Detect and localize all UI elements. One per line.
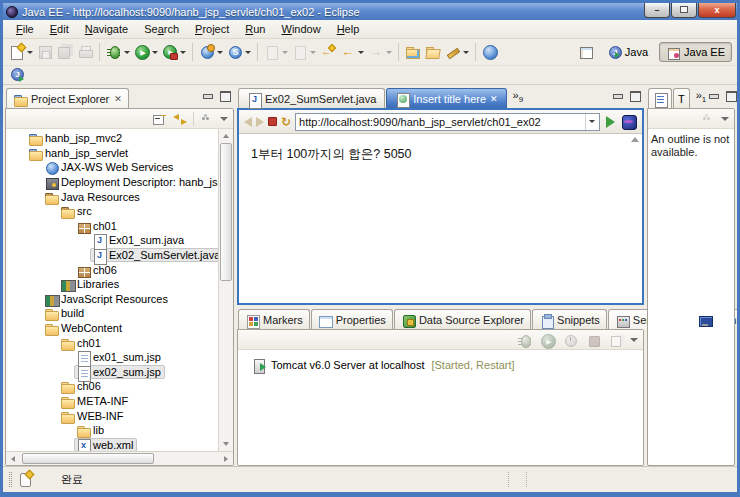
javaee-perspective-button[interactable]: Java EE bbox=[659, 42, 732, 62]
close-icon[interactable]: ✕ bbox=[490, 94, 498, 104]
java-app-button[interactable] bbox=[7, 64, 27, 86]
tab-outline[interactable] bbox=[648, 88, 672, 108]
scroll-left-icon[interactable] bbox=[11, 456, 15, 462]
web-service-s-button[interactable] bbox=[225, 41, 253, 63]
menu-file[interactable]: File bbox=[8, 21, 42, 37]
tree-item[interactable]: Libraries bbox=[6, 277, 218, 292]
tree-item[interactable]: JavaScript Resources bbox=[6, 292, 218, 307]
tab-snippets[interactable]: Snippets bbox=[532, 309, 607, 329]
tab-properties[interactable]: Properties bbox=[311, 309, 393, 329]
tree-item[interactable]: build bbox=[6, 306, 218, 321]
back-history-button[interactable] bbox=[338, 41, 366, 63]
forward-history-button[interactable] bbox=[366, 41, 394, 63]
chevron-down-icon[interactable] bbox=[152, 51, 158, 54]
save-all-button[interactable] bbox=[55, 41, 75, 63]
tree-item[interactable]: ch06 bbox=[6, 262, 218, 277]
run-external-button[interactable] bbox=[160, 41, 188, 63]
chevron-down-icon[interactable] bbox=[386, 51, 392, 54]
close-icon[interactable]: ✕ bbox=[114, 94, 122, 104]
browser-forward-icon[interactable] bbox=[256, 117, 264, 127]
focus-icon[interactable] bbox=[199, 111, 215, 127]
prev-annotation-button[interactable] bbox=[290, 41, 318, 63]
tree-vertical-scrollbar[interactable] bbox=[218, 129, 233, 451]
chevron-down-icon[interactable] bbox=[310, 51, 316, 54]
chevron-down-icon[interactable] bbox=[245, 51, 251, 54]
java-perspective-button[interactable]: Java bbox=[600, 42, 655, 62]
view-overflow-indicator[interactable]: »1 bbox=[696, 89, 707, 104]
debug-button[interactable] bbox=[104, 41, 132, 63]
scroll-down-icon[interactable] bbox=[223, 442, 229, 446]
open-resource-button[interactable] bbox=[403, 41, 423, 63]
tree-item[interactable]: JAX-WS Web Services bbox=[6, 160, 218, 175]
save-button[interactable] bbox=[35, 41, 55, 63]
chevron-down-icon[interactable] bbox=[282, 51, 288, 54]
external-browser-icon[interactable] bbox=[621, 114, 637, 130]
scroll-up-icon[interactable] bbox=[223, 134, 229, 138]
menu-run[interactable]: Run bbox=[237, 21, 273, 37]
tree-item[interactable]: ch01 bbox=[6, 335, 218, 350]
url-input[interactable]: http://localhost:9090/hanb_jsp_servlet/c… bbox=[295, 113, 600, 131]
srv-debug-button[interactable] bbox=[515, 331, 533, 349]
view-menu-chevron-icon[interactable] bbox=[630, 338, 638, 342]
tree-horizontal-scrollbar[interactable] bbox=[6, 451, 233, 465]
tab-task-list[interactable]: T bbox=[673, 88, 690, 108]
menu-search[interactable]: Search bbox=[136, 21, 187, 37]
server-row[interactable]: Tomcat v6.0 Server at localhost[Started,… bbox=[238, 356, 643, 374]
last-edit-location-button[interactable] bbox=[318, 41, 338, 63]
tab-data-source-explorer[interactable]: Data Source Explorer bbox=[394, 309, 531, 329]
chevron-down-icon[interactable] bbox=[358, 51, 364, 54]
view-menu-chevron-icon[interactable] bbox=[220, 117, 228, 121]
tree-item[interactable]: WEB-INF bbox=[6, 408, 218, 423]
editor-tab-1[interactable]: Ex02_SumServlet.java bbox=[238, 88, 385, 108]
editor-overflow-indicator[interactable]: »9 bbox=[513, 89, 524, 104]
browser-back-icon[interactable] bbox=[244, 117, 252, 127]
srv-start-button[interactable] bbox=[538, 331, 556, 349]
web-browser-button[interactable] bbox=[480, 41, 500, 63]
window-minimize-button[interactable]: – bbox=[644, 2, 670, 18]
statusbar-grip[interactable] bbox=[9, 472, 12, 487]
url-dropdown-button[interactable] bbox=[585, 114, 596, 130]
tree-item[interactable]: ex02_sum.jsp bbox=[6, 365, 218, 380]
collapse-all-icon[interactable] bbox=[151, 111, 167, 127]
tree-item[interactable]: META-INF bbox=[6, 394, 218, 409]
scroll-right-icon[interactable] bbox=[224, 456, 228, 462]
menu-help[interactable]: Help bbox=[329, 21, 368, 37]
chevron-down-icon[interactable] bbox=[463, 51, 469, 54]
tree-item[interactable]: ex01_sum.jsp bbox=[6, 350, 218, 365]
view-menu-chevron-icon[interactable] bbox=[721, 117, 729, 121]
maximize-view-button[interactable] bbox=[217, 89, 232, 102]
tree-item[interactable]: lib bbox=[6, 423, 218, 438]
highlighter-button[interactable] bbox=[443, 41, 471, 63]
open-perspective-button[interactable] bbox=[576, 41, 596, 63]
scrollbar-thumb[interactable] bbox=[22, 453, 154, 464]
browser-go-button[interactable] bbox=[606, 116, 615, 128]
content-scroll-up-icon[interactable] bbox=[631, 137, 639, 142]
tree-item[interactable]: src bbox=[6, 204, 218, 219]
tree-item[interactable]: hanb_jsp_mvc2 bbox=[6, 131, 218, 146]
menu-edit[interactable]: Edit bbox=[42, 21, 77, 37]
browser-stop-icon[interactable] bbox=[268, 117, 277, 126]
tree-item[interactable]: Deployment Descriptor: hanb_jsp_s bbox=[6, 175, 218, 190]
outline-menu-icon[interactable] bbox=[700, 111, 716, 127]
editor-tab-2[interactable]: Insert title here✕ bbox=[386, 88, 506, 108]
tree-item[interactable]: Ex01_sum.java bbox=[6, 233, 218, 248]
tree-item[interactable]: WebContent bbox=[6, 321, 218, 336]
window-close-button[interactable]: x bbox=[698, 2, 736, 18]
scrollbar-thumb[interactable] bbox=[220, 143, 232, 281]
minimize-view-button[interactable] bbox=[706, 89, 721, 102]
minimize-view-button[interactable] bbox=[200, 89, 215, 102]
tree-item[interactable]: web.xml bbox=[6, 437, 218, 451]
web-services-explorer-button[interactable] bbox=[197, 41, 225, 63]
browser-refresh-icon[interactable]: ↻ bbox=[281, 116, 291, 128]
chevron-down-icon[interactable] bbox=[124, 51, 130, 54]
tab-project-explorer[interactable]: Project Explorer ✕ bbox=[6, 88, 129, 108]
tree-item[interactable]: ch06 bbox=[6, 379, 218, 394]
run-button[interactable] bbox=[132, 41, 160, 63]
chevron-down-icon[interactable] bbox=[27, 51, 33, 54]
maximize-view-button[interactable] bbox=[627, 89, 642, 102]
window-maximize-button[interactable] bbox=[671, 2, 697, 18]
maximize-view-button[interactable] bbox=[723, 89, 738, 102]
srv-publish-button[interactable] bbox=[607, 331, 625, 349]
chevron-down-icon[interactable] bbox=[180, 51, 186, 54]
tree-item[interactable]: hanb_jsp_servlet bbox=[6, 146, 218, 161]
